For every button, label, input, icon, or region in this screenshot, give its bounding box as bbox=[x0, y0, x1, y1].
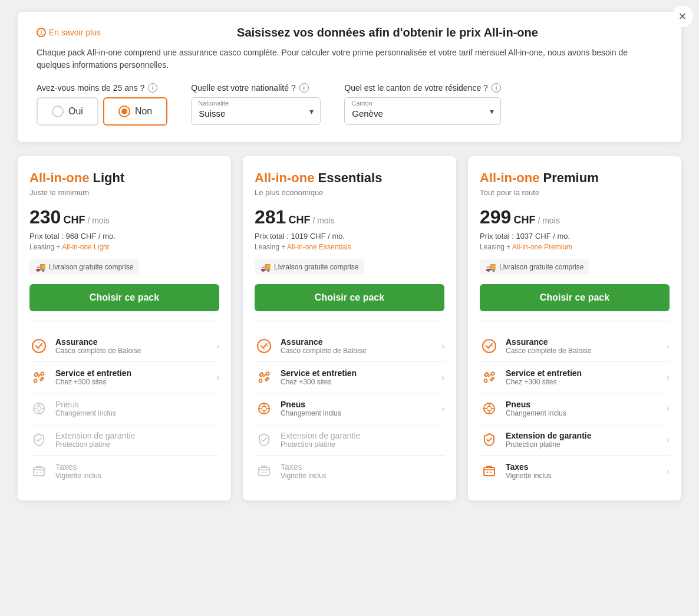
feature-item-extension[interactable]: Extension de garantie Protection platine bbox=[29, 424, 219, 456]
feature-chevron-icon: › bbox=[667, 341, 670, 351]
form-panel-title: Saisissez vos données afin d'obtenir le … bbox=[113, 26, 662, 39]
feature-item-taxes[interactable]: Taxes Vignette inclus › bbox=[480, 456, 670, 486]
radio-non[interactable]: Non bbox=[103, 97, 167, 126]
card-title-suffix-light: Light bbox=[93, 170, 125, 185]
oui-label: Oui bbox=[68, 106, 83, 117]
feature-chevron-icon: › bbox=[667, 373, 670, 382]
svg-rect-11 bbox=[259, 467, 269, 476]
livraison-badge-essentials: 🚚 Livraison gratuite comprise bbox=[255, 259, 364, 275]
card-title-prefix-light: All-in-one bbox=[29, 170, 89, 185]
feature-item-pneus[interactable]: Pneus Changement inclus › bbox=[255, 393, 444, 424]
feature-icon-pneus bbox=[255, 399, 273, 418]
choose-button-light[interactable]: Choisir ce pack bbox=[29, 284, 219, 311]
feature-item-pneus[interactable]: Pneus Changement inclus › bbox=[480, 393, 670, 424]
svg-point-1 bbox=[41, 373, 44, 375]
card-price-essentials: 281 CHF / mois bbox=[255, 206, 444, 228]
feature-item-assurance[interactable]: Assurance Casco complète de Baloise › bbox=[29, 331, 219, 362]
choose-button-premium[interactable]: Choisir ce pack bbox=[480, 284, 670, 311]
leasing-link-light: All-in-one Light bbox=[62, 243, 109, 251]
card-price-light: 230 CHF / mois bbox=[29, 206, 219, 228]
price-amount-light: 230 bbox=[29, 206, 61, 228]
info-circle-icon: i bbox=[37, 28, 46, 37]
truck-icon-light: 🚚 bbox=[35, 262, 45, 272]
feature-item-service[interactable]: Service et entretien Chez +300 sites › bbox=[255, 362, 444, 393]
nationality-info-icon[interactable]: i bbox=[299, 83, 309, 93]
feature-title-taxes: Taxes bbox=[506, 462, 660, 472]
feature-title-pneus: Pneus bbox=[55, 400, 219, 409]
svg-point-10 bbox=[262, 406, 266, 411]
feature-subtitle-assurance: Casco complète de Baloise bbox=[506, 347, 660, 355]
price-leasing-premium: Leasing + All-in-one Premium bbox=[480, 243, 670, 251]
age-question-label: Avez-vous moins de 25 ans ? i bbox=[37, 83, 167, 93]
form-panel: i En savoir plus Saisissez vos données a… bbox=[18, 12, 681, 142]
feature-title-service: Service et entretien bbox=[506, 368, 660, 378]
feature-chevron-icon: › bbox=[441, 404, 444, 413]
form-row: Avez-vous moins de 25 ans ? i Oui Non bbox=[37, 83, 662, 126]
feature-item-pneus[interactable]: Pneus Changement inclus bbox=[29, 393, 219, 424]
feature-subtitle-assurance: Casco complète de Baloise bbox=[281, 347, 434, 355]
feature-subtitle-assurance: Casco complète de Baloise bbox=[55, 347, 209, 355]
feature-list-essentials: Assurance Casco complète de Baloise › Se… bbox=[255, 331, 444, 486]
price-period-premium: / mois bbox=[538, 216, 559, 225]
close-button[interactable]: × bbox=[672, 6, 693, 27]
nationality-select-label: Nationalité bbox=[198, 100, 229, 107]
price-leasing-essentials: Leasing + All-in-one Essentials bbox=[255, 243, 444, 251]
card-subtitle-light: Juste le minimum bbox=[29, 188, 219, 197]
svg-point-14 bbox=[484, 380, 487, 383]
nationality-question-label: Quelle est votre nationalité ? i bbox=[191, 83, 321, 93]
feature-subtitle-service: Chez +300 sites bbox=[55, 378, 209, 386]
feature-chevron-icon: › bbox=[667, 435, 670, 444]
feature-text-service: Service et entretien Chez +300 sites bbox=[281, 368, 434, 386]
canton-info-icon[interactable]: i bbox=[492, 83, 501, 93]
feature-subtitle-pneus: Changement inclus bbox=[281, 409, 434, 417]
feature-item-assurance[interactable]: Assurance Casco complète de Baloise › bbox=[255, 331, 444, 362]
price-total-light: Prix total : 968 CHF / mo. bbox=[29, 232, 219, 241]
price-currency-premium: CHF bbox=[513, 214, 535, 226]
feature-title-service: Service et entretien bbox=[55, 368, 209, 378]
radio-oui[interactable]: Oui bbox=[37, 97, 98, 126]
feature-item-extension[interactable]: Extension de garantie Protection platine bbox=[255, 424, 444, 456]
card-subtitle-premium: Tout pour la route bbox=[480, 188, 670, 197]
non-label: Non bbox=[135, 106, 152, 117]
card-title-suffix-premium: Premium bbox=[543, 170, 599, 185]
radio-circle-oui bbox=[52, 106, 64, 117]
en-savoir-plus-link[interactable]: i En savoir plus bbox=[37, 28, 101, 37]
price-total-essentials: Prix total : 1019 CHF / mo. bbox=[255, 232, 444, 241]
feature-item-service[interactable]: Service et entretien Chez +300 sites › bbox=[480, 362, 670, 393]
radio-circle-non bbox=[118, 106, 130, 117]
feature-text-assurance: Assurance Casco complète de Baloise bbox=[506, 337, 660, 355]
feature-subtitle-taxes: Vignette inclus bbox=[506, 472, 660, 480]
feature-subtitle-pneus: Changement inclus bbox=[55, 409, 219, 417]
feature-text-assurance: Assurance Casco complète de Baloise bbox=[55, 337, 209, 355]
feature-item-service[interactable]: Service et entretien Chez +300 sites › bbox=[29, 362, 219, 393]
feature-item-taxes[interactable]: Taxes Vignette inclus bbox=[29, 456, 219, 486]
feature-text-service: Service et entretien Chez +300 sites bbox=[55, 368, 209, 386]
age-radio-group: Oui Non bbox=[37, 97, 167, 126]
feature-item-taxes[interactable]: Taxes Vignette inclus bbox=[255, 456, 444, 486]
feature-title-extension: Extension de garantie bbox=[281, 431, 444, 440]
feature-text-service: Service et entretien Chez +300 sites bbox=[506, 368, 660, 386]
card-light: All-in-one Light Juste le minimum 230 CH… bbox=[18, 156, 231, 500]
truck-icon-premium: 🚚 bbox=[486, 262, 496, 272]
card-title-light: All-in-one Light bbox=[29, 170, 219, 186]
price-amount-premium: 299 bbox=[480, 206, 511, 228]
feature-list-light: Assurance Casco complète de Baloise › Se… bbox=[29, 331, 219, 486]
choose-button-essentials[interactable]: Choisir ce pack bbox=[255, 284, 444, 311]
svg-point-4 bbox=[37, 406, 41, 411]
svg-point-7 bbox=[266, 373, 269, 375]
feature-title-assurance: Assurance bbox=[506, 337, 660, 347]
nationality-form-group: Quelle est votre nationalité ? i Nationa… bbox=[191, 83, 321, 125]
leasing-link-premium: All-in-one Premium bbox=[512, 243, 572, 251]
feature-icon-taxes bbox=[255, 462, 273, 480]
feature-icon-extension bbox=[480, 430, 499, 449]
age-info-icon[interactable]: i bbox=[148, 83, 157, 93]
card-premium: All-in-one Premium Tout pour la route 29… bbox=[468, 156, 681, 500]
feature-chevron-icon: › bbox=[216, 341, 219, 351]
feature-icon-pneus bbox=[480, 399, 499, 418]
feature-item-extension[interactable]: Extension de garantie Protection platine… bbox=[480, 424, 670, 456]
card-title-prefix-essentials: All-in-one bbox=[255, 170, 314, 185]
feature-subtitle-service: Chez +300 sites bbox=[281, 378, 434, 386]
feature-item-assurance[interactable]: Assurance Casco complète de Baloise › bbox=[480, 331, 670, 362]
price-total-premium: Prix total : 1037 CHF / mo. bbox=[480, 232, 670, 241]
svg-rect-5 bbox=[34, 467, 44, 476]
